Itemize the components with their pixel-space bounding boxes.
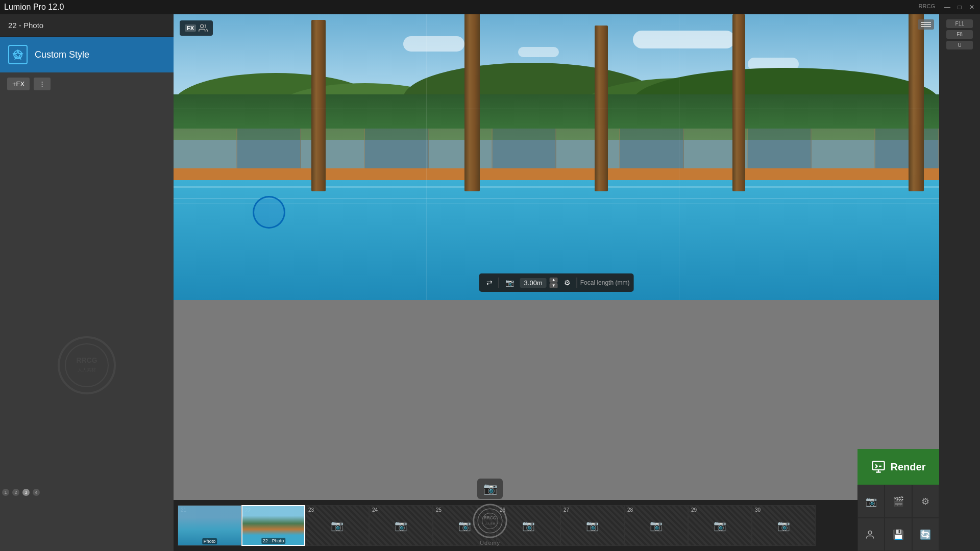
film-number-23: 23: [308, 507, 314, 513]
camera-placeholder-icon-27: 📷: [586, 519, 599, 532]
pillar-4: [732, 14, 745, 191]
fx-toolbar: +FX ⋮: [0, 72, 174, 95]
camera-icon: 📷: [483, 482, 497, 495]
page-3[interactable]: 3: [22, 489, 30, 496]
svg-point-11: [474, 505, 506, 537]
camera-placeholder-icon-29: 📷: [714, 519, 726, 532]
pagination: 1 2 3 4: [2, 489, 40, 496]
custom-style-item[interactable]: Custom Style: [0, 37, 174, 72]
add-fx-button[interactable]: +FX: [7, 78, 30, 90]
udemy-label: Udemy: [480, 540, 500, 546]
film-item-27[interactable]: 27 📷: [560, 505, 624, 546]
film-number-28: 28: [627, 507, 633, 513]
camera-toolbar: ⇄ 📷 3.00m ▲ ▼ ⚙ Focal length (mm): [479, 273, 634, 292]
svg-rect-7: [921, 24, 931, 25]
person-icon-button[interactable]: [857, 518, 885, 551]
film-label-21: Photo: [202, 538, 217, 544]
film-number-29: 29: [691, 507, 697, 513]
svg-point-1: [59, 337, 115, 393]
film-item-29[interactable]: 29 📷: [688, 505, 752, 546]
pillar-5: [909, 14, 924, 191]
pillar-3: [595, 26, 608, 191]
film-item-24[interactable]: 24 📷: [369, 505, 433, 546]
svg-rect-9: [872, 462, 884, 470]
film-number-24: 24: [372, 507, 378, 513]
svg-text:人人素材: 人人素材: [78, 367, 96, 372]
svg-point-10: [868, 531, 872, 534]
camera-capture-button[interactable]: 📷: [857, 485, 885, 518]
svg-text:人人素材: 人人素材: [485, 522, 495, 525]
film-item-22[interactable]: 22 22 - Photo: [241, 505, 305, 546]
viewport-corner-button[interactable]: [918, 19, 934, 30]
camera-placeholder-icon-23: 📷: [331, 519, 344, 532]
settings-button[interactable]: ⚙: [912, 485, 939, 518]
custom-style-label: Custom Style: [35, 49, 89, 60]
camera-toggle-button[interactable]: ⇄: [483, 277, 496, 288]
svg-text:RRCG: RRCG: [76, 356, 97, 364]
camera-value: 3.00m: [520, 278, 547, 288]
svg-point-12: [478, 509, 502, 533]
film-number-25: 25: [436, 507, 442, 513]
app-title: Lumion Pro 12.0: [4, 3, 64, 12]
rrcg-logo: RRCG 人人素材: [472, 503, 508, 539]
close-button[interactable]: ✕: [968, 3, 976, 11]
toolbar-divider-1: [499, 278, 499, 288]
svg-rect-6: [921, 22, 931, 23]
film-item-28[interactable]: 28 📷: [624, 505, 688, 546]
f11-key[interactable]: F11: [946, 19, 973, 28]
sync-button[interactable]: 🔄: [912, 518, 939, 551]
render-button[interactable]: Render: [857, 449, 939, 485]
rrcg-label: RRCG: [919, 3, 935, 11]
page-4[interactable]: 4: [33, 489, 40, 496]
f8-key[interactable]: F8: [946, 30, 973, 39]
film-item-23[interactable]: 23 📷: [305, 505, 369, 546]
camera-placeholder-icon-28: 📷: [650, 519, 663, 532]
camera-type-button[interactable]: 📷: [502, 277, 517, 288]
video-button[interactable]: 🎬: [885, 485, 912, 518]
camera-above-filmstrip[interactable]: 📷: [477, 479, 503, 499]
focal-length-label: Focal length (mm): [580, 279, 630, 286]
download-button[interactable]: 💾: [885, 518, 912, 551]
maximize-button[interactable]: □: [955, 3, 964, 11]
page-2[interactable]: 2: [12, 489, 19, 496]
fx-label-overlay: FX: [185, 24, 196, 32]
viewport[interactable]: FX ⇄ 📷 3.00m ▲ ▼ ⚙ Focal length (mm): [174, 14, 939, 300]
u-key[interactable]: U: [946, 41, 973, 49]
page-1[interactable]: 1: [2, 489, 9, 496]
filmstrip: 21 Photo 22 22 - Photo 23 📷 24 📷 25 📷 26…: [174, 500, 939, 551]
camera-placeholder-icon-30: 📷: [777, 519, 790, 532]
photo-label: 22 - Photo: [0, 14, 174, 37]
bottom-watermark: RRCG 人人素材 Udemy: [472, 503, 508, 546]
custom-style-icon: [8, 45, 28, 64]
camera-placeholder-icon-24: 📷: [395, 519, 407, 532]
icon-grid: 📷 🎬 ⚙ 💾 🔄: [857, 485, 939, 551]
svg-rect-8: [921, 26, 931, 27]
render-label: Render: [891, 461, 926, 473]
titlebar-controls: RRCG — □ ✕: [919, 3, 976, 11]
film-item-30[interactable]: 30 📷: [752, 505, 816, 546]
camera-value-up[interactable]: ▲: [550, 278, 558, 283]
film-item-21[interactable]: 21 Photo: [178, 505, 241, 546]
camera-settings-button[interactable]: ⚙: [561, 277, 574, 288]
camera-arrows: ▲ ▼: [550, 278, 558, 288]
film-number-27: 27: [564, 507, 569, 513]
scene-container: [174, 14, 939, 300]
titlebar: Lumion Pro 12.0 RRCG — □ ✕: [0, 0, 980, 14]
bottom-right-panel: Render 📷 🎬 ⚙ 💾 🔄: [857, 449, 939, 551]
panel-watermark: RRCG 人人素材: [56, 335, 117, 398]
right-sidebar: F11 F8 U: [939, 14, 980, 551]
more-options-button[interactable]: ⋮: [34, 78, 51, 90]
svg-text:RRCG: RRCG: [484, 515, 497, 520]
pillar-2: [464, 14, 480, 191]
render-icon: [871, 460, 886, 474]
camera-value-down[interactable]: ▼: [550, 283, 558, 288]
toolbar-divider-2: [577, 278, 577, 288]
film-number-30: 30: [755, 507, 761, 513]
left-panel: 22 - Photo Custom Style +FX ⋮ RRCG 人人素材: [0, 14, 174, 551]
svg-point-2: [65, 344, 108, 387]
fx-overlay-button[interactable]: FX: [180, 20, 213, 36]
camera-placeholder-icon-25: 📷: [458, 519, 471, 532]
minimize-button[interactable]: —: [943, 3, 951, 11]
camera-placeholder-icon-26: 📷: [522, 519, 535, 532]
svg-point-5: [201, 24, 204, 28]
